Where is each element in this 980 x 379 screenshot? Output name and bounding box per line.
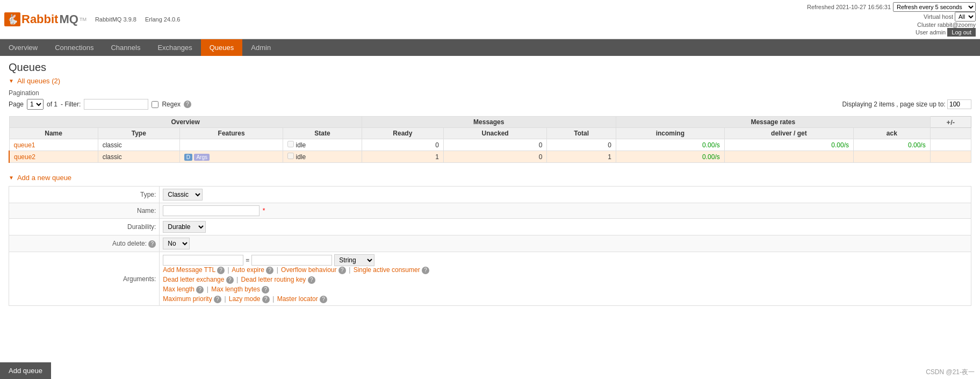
row2-state: idle xyxy=(283,151,362,163)
nav-admin[interactable]: Admin xyxy=(242,39,279,56)
page-select[interactable]: 1 xyxy=(27,99,44,110)
table-row: queue1 classic idle 0 0 0 0.00/s 0.00/s … xyxy=(9,139,971,151)
master-locator-help[interactable]: ? xyxy=(320,296,327,303)
maximum-priority-help[interactable]: ? xyxy=(214,296,221,303)
row1-state: idle xyxy=(283,139,362,151)
nav-queues[interactable]: Queues xyxy=(201,39,243,56)
col-state: State xyxy=(283,128,362,139)
arg-value-input[interactable] xyxy=(251,255,332,266)
nav-overview[interactable]: Overview xyxy=(0,39,46,56)
row2-incoming: 0.00/s xyxy=(616,151,724,163)
row1-incoming: 0.00/s xyxy=(616,139,724,151)
add-queue-arrow: ▼ xyxy=(9,175,14,181)
regex-checkbox[interactable] xyxy=(152,101,158,108)
plus-minus-header[interactable]: +/- xyxy=(930,117,971,128)
add-queue-header[interactable]: ▼ Add a new queue xyxy=(9,174,971,182)
page-title: Queues xyxy=(9,61,971,74)
row2-total: 1 xyxy=(547,151,616,163)
row1-ready: 0 xyxy=(362,139,443,151)
row2-type: classic xyxy=(98,151,179,163)
add-queue-form: Type: Classic Quorum Name: * Durability: xyxy=(9,186,971,306)
displaying-info: Displaying 2 items , page size up to: xyxy=(842,99,971,109)
logout-button[interactable]: Log out xyxy=(947,28,976,37)
max-length-bytes-link[interactable]: Max length bytes xyxy=(211,285,260,293)
maximum-priority-link[interactable]: Maximum priority xyxy=(163,295,212,303)
single-active-consumer-help[interactable]: ? xyxy=(422,267,429,274)
filter-input[interactable] xyxy=(84,99,148,110)
row1-total: 0 xyxy=(547,139,616,151)
dead-letter-exchange-help[interactable]: ? xyxy=(226,276,234,284)
max-length-help[interactable]: ? xyxy=(196,286,204,294)
arguments-row: = String Number Boolean xyxy=(163,254,968,266)
message-rates-header: Message rates xyxy=(616,117,930,128)
row1-unacked: 0 xyxy=(443,139,546,151)
navbar: Overview Connections Channels Exchanges … xyxy=(0,39,980,56)
logo: 🐇 RabbitMQTM xyxy=(4,12,87,26)
regex-label: Regex xyxy=(162,101,181,108)
virtual-host-label: Virtual host xyxy=(924,13,953,20)
col-features: Features xyxy=(179,128,283,139)
all-queues-header[interactable]: ▼ All queues (2) xyxy=(9,77,971,85)
row2-extra xyxy=(930,151,971,163)
nav-exchanges[interactable]: Exchanges xyxy=(149,39,200,56)
durability-select[interactable]: Durable Transient xyxy=(163,221,206,233)
arg-type-select[interactable]: String Number Boolean xyxy=(334,254,374,266)
name-label: Name: xyxy=(9,203,160,219)
name-input[interactable] xyxy=(163,205,260,216)
lazy-mode-help[interactable]: ? xyxy=(262,296,270,303)
rabbitmq-version: RabbitMQ 3.9.8 xyxy=(95,16,136,23)
row1-name[interactable]: queue1 xyxy=(9,139,98,151)
message-ttl-help[interactable]: ? xyxy=(217,267,225,274)
add-shortcuts: Add Message TTL ? | Auto expire ? | Over… xyxy=(163,266,968,274)
arg-key-input[interactable] xyxy=(163,255,243,266)
row1-ack: 0.00/s xyxy=(854,139,931,151)
topbar-left: 🐇 RabbitMQTM RabbitMQ 3.9.8 Erlang 24.0.… xyxy=(4,12,180,26)
regex-help-icon[interactable]: ? xyxy=(184,101,191,108)
nav-connections[interactable]: Connections xyxy=(46,39,102,56)
add-queue-label: Add a new queue xyxy=(17,174,71,182)
nav-channels[interactable]: Channels xyxy=(102,39,149,56)
row1-extra xyxy=(930,139,971,151)
row1-features xyxy=(179,139,283,151)
row1-type: classic xyxy=(98,139,179,151)
add-shortcuts-3: Max length ? | Max length bytes ? xyxy=(163,285,968,294)
dead-letter-routing-key-link[interactable]: Dead letter routing key xyxy=(241,276,306,283)
master-locator-link[interactable]: Master locator xyxy=(277,295,318,303)
max-length-bytes-help[interactable]: ? xyxy=(262,286,269,294)
row2-deliver-get xyxy=(724,151,853,163)
auto-expire-help[interactable]: ? xyxy=(266,267,273,274)
page-size-input[interactable] xyxy=(947,99,971,109)
user-value: admin xyxy=(929,29,946,35)
row2-ack xyxy=(854,151,931,163)
overflow-behaviour-help[interactable]: ? xyxy=(338,267,346,274)
messages-header: Messages xyxy=(362,117,616,128)
auto-expire-link[interactable]: Auto expire xyxy=(232,266,264,274)
add-label: Add xyxy=(163,266,174,274)
logo-tm-text: TM xyxy=(80,17,87,22)
row2-unacked: 0 xyxy=(443,151,546,163)
message-ttl-link[interactable]: Message TTL xyxy=(176,266,215,274)
col-deliver-get: deliver / get xyxy=(724,128,853,139)
col-total: Total xyxy=(547,128,616,139)
type-label: Type: xyxy=(9,187,160,203)
dead-letter-exchange-link[interactable]: Dead letter exchange xyxy=(163,276,224,283)
refresh-select[interactable]: Refresh every 5 seconds Refresh every 10… xyxy=(893,2,976,12)
user-label: User xyxy=(916,29,928,35)
add-shortcuts-2: Dead letter exchange ? | Dead letter rou… xyxy=(163,276,968,284)
queues-table: Overview Messages Message rates +/- Name… xyxy=(9,116,971,163)
dead-letter-routing-key-help[interactable]: ? xyxy=(308,276,315,284)
single-active-consumer-link[interactable]: Single active consumer xyxy=(354,266,420,274)
type-select[interactable]: Classic Quorum xyxy=(163,189,203,201)
topbar: 🐇 RabbitMQTM RabbitMQ 3.9.8 Erlang 24.0.… xyxy=(0,0,980,39)
table-row: queue2 classic D Args idle 1 0 1 0.00/s xyxy=(9,151,971,163)
row2-name[interactable]: queue2 xyxy=(9,151,98,163)
cluster-value: rabbit@zoomy xyxy=(938,22,976,28)
col-unacked: Unacked xyxy=(443,128,546,139)
lazy-mode-link[interactable]: Lazy mode xyxy=(229,295,261,303)
overflow-behaviour-link[interactable]: Overflow behaviour xyxy=(281,266,336,274)
auto-delete-help-icon[interactable]: ? xyxy=(148,240,156,248)
max-length-link[interactable]: Max length xyxy=(163,285,194,293)
auto-delete-select[interactable]: No Yes xyxy=(163,238,190,249)
badge-args[interactable]: Args xyxy=(194,154,210,161)
virtual-host-select[interactable]: All / xyxy=(955,12,976,22)
